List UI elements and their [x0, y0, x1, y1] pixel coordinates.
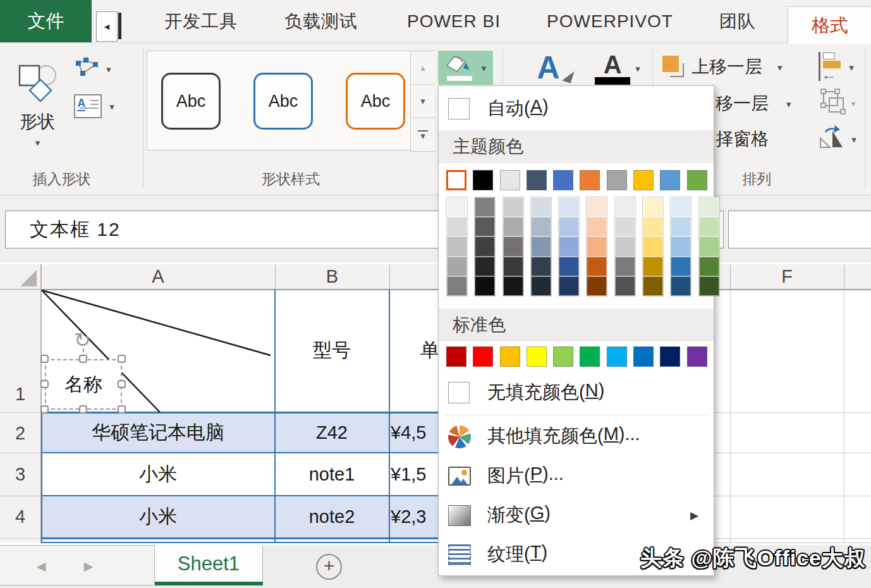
- theme-colors-row-swatch[interactable]: [660, 170, 680, 190]
- variant-color-swatch[interactable]: [559, 197, 579, 217]
- theme-colors-row-swatch[interactable]: [633, 170, 654, 190]
- sheet-scroll-right-button[interactable]: ▶: [76, 554, 101, 577]
- edit-shape-button[interactable]: ▾: [71, 54, 115, 84]
- bring-forward-button[interactable]: 上移一层 ▾: [662, 52, 801, 82]
- variant-color-swatch[interactable]: [475, 236, 495, 256]
- variant-color-swatch[interactable]: [643, 236, 663, 256]
- variant-color-swatch[interactable]: [615, 276, 635, 296]
- variant-color-swatch[interactable]: [671, 276, 691, 296]
- cell-a2[interactable]: 华硕笔记本电脑: [42, 413, 274, 452]
- tab-developer-tools[interactable]: 开发工具: [157, 0, 245, 42]
- text-box-button[interactable]: A ▾: [70, 89, 119, 124]
- variant-color-swatch[interactable]: [587, 236, 607, 256]
- standard-colors-row-swatch[interactable]: [607, 346, 627, 367]
- variant-color-swatch[interactable]: [671, 217, 691, 236]
- cell-c4-partial[interactable]: ¥2,3: [391, 496, 442, 537]
- new-sheet-button[interactable]: +: [316, 554, 342, 580]
- variant-color-swatch[interactable]: [671, 257, 691, 276]
- gallery-scroll-up-button[interactable]: ▴: [410, 51, 435, 85]
- variant-color-swatch[interactable]: [559, 257, 579, 276]
- group-objects-button[interactable]: ▾: [808, 87, 865, 120]
- formula-input[interactable]: [728, 211, 871, 248]
- variant-color-swatch[interactable]: [615, 217, 635, 236]
- tab-format[interactable]: 格式: [788, 6, 871, 44]
- row-header-2[interactable]: 2: [0, 414, 40, 452]
- cell-a4[interactable]: 小米: [42, 496, 274, 537]
- column-header-f[interactable]: F: [730, 264, 844, 289]
- variant-color-swatch[interactable]: [531, 197, 551, 217]
- variant-color-swatch[interactable]: [587, 276, 607, 296]
- variant-color-swatch[interactable]: [699, 276, 719, 296]
- insert-shapes-button[interactable]: 形状 ▾: [8, 51, 68, 159]
- theme-colors-row-swatch[interactable]: [580, 170, 600, 190]
- menu-item-automatic[interactable]: 自动(A): [439, 91, 714, 126]
- variant-color-swatch[interactable]: [531, 236, 551, 256]
- standard-colors-row-swatch[interactable]: [660, 346, 680, 367]
- text-fill-button[interactable]: A: [528, 49, 582, 86]
- variant-color-swatch[interactable]: [643, 276, 663, 296]
- theme-colors-row-swatch[interactable]: [446, 170, 466, 190]
- variant-color-swatch[interactable]: [503, 236, 523, 256]
- cell-b1[interactable]: 型号: [275, 290, 389, 412]
- menu-item-no-fill[interactable]: 无填充颜色(N): [439, 374, 714, 411]
- gallery-more-button[interactable]: ▾: [410, 118, 435, 152]
- theme-colors-row-swatch[interactable]: [687, 170, 707, 190]
- sheet-tab-sheet1[interactable]: Sheet1: [155, 545, 263, 583]
- variant-color-swatch[interactable]: [671, 197, 691, 217]
- tab-scroll-left-button[interactable]: ◄: [96, 11, 118, 42]
- column-header-a[interactable]: A: [41, 264, 275, 289]
- standard-colors-row-swatch[interactable]: [500, 346, 520, 367]
- send-backward-button[interactable]: 移一层 ▾: [716, 89, 804, 119]
- font-color-button[interactable]: A ▾: [589, 51, 646, 86]
- variant-color-swatch[interactable]: [643, 257, 663, 276]
- shape-style-preset[interactable]: Abc: [253, 73, 313, 130]
- select-all-corner[interactable]: [0, 264, 40, 289]
- variant-color-swatch[interactable]: [447, 197, 467, 217]
- shape-fill-button[interactable]: ▾: [438, 51, 493, 85]
- selected-text-box[interactable]: 名称: [45, 359, 122, 410]
- variant-color-swatch[interactable]: [475, 217, 495, 236]
- selection-handle[interactable]: [40, 380, 49, 388]
- variant-color-swatch[interactable]: [587, 257, 607, 276]
- sheet-scroll-left-button[interactable]: ◀: [28, 554, 54, 577]
- variant-color-swatch[interactable]: [503, 276, 523, 296]
- variant-color-swatch[interactable]: [699, 217, 719, 236]
- cell-c3-partial[interactable]: ¥1,5: [391, 453, 442, 495]
- selection-pane-button[interactable]: 择窗格: [716, 124, 791, 154]
- tab-powerpivot[interactable]: POWERPIVOT: [550, 0, 670, 42]
- shape-style-preset[interactable]: Abc: [161, 73, 221, 130]
- variant-color-swatch[interactable]: [531, 217, 551, 236]
- variant-color-swatch[interactable]: [447, 276, 467, 296]
- theme-colors-row-swatch[interactable]: [607, 170, 627, 190]
- standard-colors-row-swatch[interactable]: [580, 346, 600, 367]
- standard-colors-row-swatch[interactable]: [553, 346, 573, 367]
- variant-color-swatch[interactable]: [699, 257, 719, 276]
- variant-color-swatch[interactable]: [503, 257, 523, 276]
- variant-color-swatch[interactable]: [531, 276, 551, 296]
- selection-handle[interactable]: [118, 405, 126, 413]
- row-header-1[interactable]: 1: [0, 375, 40, 413]
- tab-power-bi[interactable]: POWER BI: [406, 0, 501, 42]
- variant-color-swatch[interactable]: [615, 197, 635, 217]
- standard-colors-row-swatch[interactable]: [633, 346, 654, 367]
- variant-color-swatch[interactable]: [559, 217, 579, 236]
- variant-color-swatch[interactable]: [475, 276, 495, 296]
- variant-color-swatch[interactable]: [699, 197, 719, 217]
- standard-colors-row-swatch[interactable]: [473, 346, 493, 367]
- align-button[interactable]: ← ▾: [809, 51, 863, 83]
- variant-color-swatch[interactable]: [643, 197, 663, 217]
- variant-color-swatch[interactable]: [699, 236, 719, 256]
- shape-style-preset[interactable]: Abc: [346, 73, 405, 130]
- cell-a3[interactable]: 小米: [42, 453, 274, 495]
- tab-team[interactable]: 团队: [709, 0, 766, 42]
- variant-color-swatch[interactable]: [671, 236, 691, 256]
- variant-color-swatch[interactable]: [503, 217, 523, 236]
- row-header-4[interactable]: 4: [0, 498, 40, 536]
- column-header-b[interactable]: B: [275, 264, 389, 289]
- variant-color-swatch[interactable]: [475, 257, 495, 276]
- variant-color-swatch[interactable]: [503, 197, 523, 217]
- standard-colors-row-swatch[interactable]: [687, 346, 707, 367]
- variant-color-swatch[interactable]: [559, 236, 579, 256]
- standard-colors-row-swatch[interactable]: [446, 346, 466, 367]
- variant-color-swatch[interactable]: [615, 236, 635, 256]
